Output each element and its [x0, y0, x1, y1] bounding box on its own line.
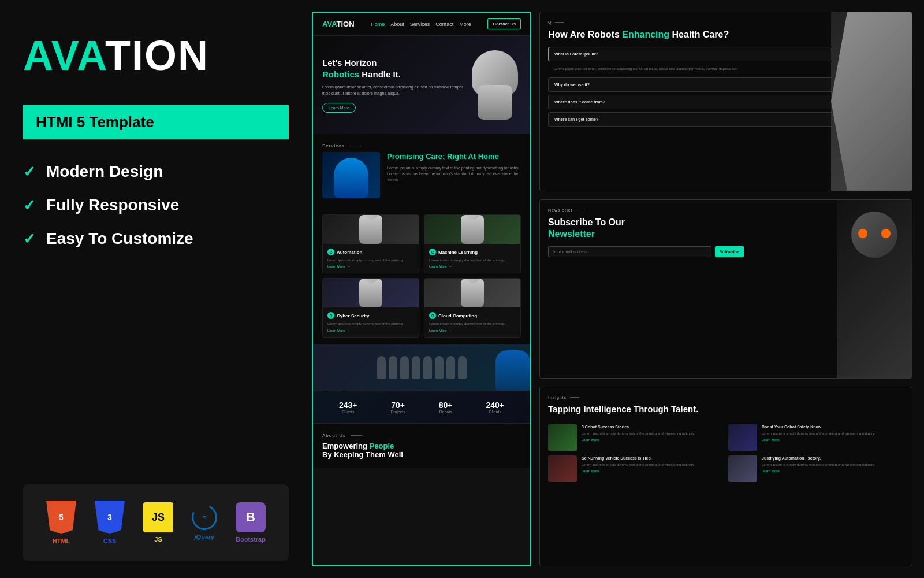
email-input[interactable] [548, 246, 711, 257]
services-title: Promising Care; Right At Home [387, 152, 521, 162]
person-2 [389, 356, 397, 379]
tech-badges-bar: 5 HTML 3 CSS JS JS ≈ jQuery B Bootstrap [23, 484, 289, 561]
cyber-title: Cyber Security [327, 312, 414, 319]
stat-clients2-number: 240+ [486, 401, 504, 410]
about-title-green: People [370, 442, 394, 450]
left-panel: AVATION HTMI 5 Template ✓ Modern Design … [0, 0, 312, 578]
services-content: Promising Care; Right At Home Lorem ipsu… [322, 152, 521, 198]
jquery-swirl-icon: ≈ [188, 501, 221, 533]
cyber-link[interactable]: Learn More → [327, 329, 414, 332]
ml-card-image [424, 215, 520, 244]
automation-card-body: Automation Lorem ipsum is simply dummy t… [323, 244, 419, 273]
newsletter-title: Subscribe To Our Newsletter [548, 217, 779, 241]
about-title-end: By Keeping Them Well [322, 450, 403, 459]
faq-robot-image [831, 12, 912, 191]
logo-white: TION [105, 32, 209, 79]
ml-robot [461, 215, 484, 244]
faq-card-inner: Q How Are Robots Enhancing Health Care? … [540, 12, 912, 191]
insight-image-3 [548, 455, 577, 482]
nav-link-home[interactable]: Home [371, 21, 385, 27]
insight-title-3: Self-Driving Vehicle Success Is Tied. [582, 455, 695, 461]
faq-question-2: Why do we use it? [554, 83, 590, 87]
about-title: Empowering People By Keeping Them Well [322, 442, 521, 459]
contact-us-button[interactable]: Contact Us [487, 18, 521, 29]
insight-desc-2: Lorem ipsum is simply dummy text of the … [762, 431, 875, 436]
insights-title: Tapping Intelligence Through Talent. [548, 404, 904, 414]
automation-link[interactable]: Learn More → [327, 265, 414, 268]
stat-projects-label: Projects [390, 410, 405, 414]
nav-logo-white: TION [337, 20, 355, 28]
services-section: Services Promising Care; Right At Home L… [313, 134, 530, 208]
insight-link-3[interactable]: Learn More [582, 469, 695, 473]
insights-title-white: Tapping [548, 404, 581, 414]
template-badge: HTMI 5 Template [23, 105, 289, 139]
service-card-cyber: Cyber Security Lorem ipsum is simply dum… [322, 278, 419, 337]
insight-title-2: Boost Your Cobot Safety Know. [762, 424, 875, 429]
insight-image-2 [728, 424, 757, 451]
ml-robot-head [464, 214, 480, 220]
cyber-robot [359, 279, 382, 307]
stat-robots-number: 80+ [439, 401, 453, 410]
automation-robot [359, 215, 382, 244]
services-text: Promising Care; Right At Home Lorem ipsu… [387, 152, 521, 183]
people-background [313, 344, 530, 391]
cloud-link[interactable]: Learn More → [429, 329, 516, 332]
insight-image-4 [728, 455, 757, 482]
insight-title-4: Justifying Automation Factory. [762, 455, 875, 461]
services-section-label: Services [322, 143, 521, 149]
robot-body-shape [478, 85, 512, 120]
insight-link-2[interactable]: Learn More [762, 438, 875, 442]
feature-easy-customize: ✓ Easy To Customize [23, 229, 289, 248]
cloud-robot [461, 279, 484, 307]
about-title-white: Empowering [322, 442, 367, 450]
faq-question-3: Where does it come from? [554, 100, 605, 104]
newsletter-card-inner: Newsletter Subscribe To Our Newsletter S… [540, 200, 912, 379]
insights-title-end: Through Talent. [634, 404, 698, 414]
ml-link[interactable]: Learn More → [429, 265, 516, 268]
hero-learn-more-button[interactable]: Learn More [322, 103, 356, 113]
stats-section: 243+ Clients 70+ Projects 80+ Robots 240… [313, 391, 530, 424]
brand-logo: AVATION [23, 35, 289, 76]
insight-link-4[interactable]: Learn More [762, 469, 875, 473]
navbar: AVATION Home About Services Contact More… [313, 13, 530, 36]
nav-link-about[interactable]: About [390, 21, 404, 27]
insight-link-1[interactable]: Learn More [582, 438, 695, 442]
cloud-card-image [424, 279, 520, 307]
faq-title: How Are Robots Enhancing Health Care? [548, 29, 779, 41]
service-cards-grid: Automation Lorem ipsum is simply dummy t… [313, 208, 530, 344]
insights-card-inner: Insights Tapping Intelligence Through Ta… [540, 387, 912, 566]
faq-title-green: Enhancing [622, 29, 669, 39]
cyber-robot-head [363, 278, 379, 283]
html5-label: HTML [53, 538, 70, 544]
robot-face-visual [837, 200, 912, 379]
person-3 [400, 356, 409, 379]
ml-title: Machine Learning [429, 249, 516, 255]
hero-title-green: Robotics [322, 69, 359, 79]
insight-content-2: Boost Your Cobot Safety Know. Lorem ipsu… [762, 424, 875, 441]
nav-logo: AVATION [322, 20, 355, 28]
robot-hand-shape [831, 12, 912, 191]
nav-link-more[interactable]: More [459, 21, 471, 27]
feature-fully-responsive: ✓ Fully Responsive [23, 196, 289, 214]
insights-title-green: Intelligence [583, 404, 631, 414]
service-card-cloud: Cloud Computing Lorem ipsum is simply du… [424, 278, 521, 337]
newsletter-robot-image [837, 200, 912, 379]
feature-modern-design: ✓ Modern Design [23, 162, 289, 181]
newsletter-card: Newsletter Subscribe To Our Newsletter S… [539, 199, 912, 379]
automation-title: Automation [327, 249, 414, 255]
subscribe-button[interactable]: Subscribe [715, 246, 744, 257]
right-screenshots-column: Q How Are Robots Enhancing Health Care? … [539, 12, 912, 566]
ml-card-body: Machine Learning Lorem ipsum is simply d… [424, 244, 520, 273]
nav-link-contact[interactable]: Contact [435, 21, 453, 27]
cloud-card-body: Cloud Computing Lorem ipsum is simply du… [424, 307, 520, 336]
stat-clients-label: Clients [339, 410, 357, 414]
nav-link-services[interactable]: Services [410, 21, 430, 27]
people-silhouettes [377, 356, 467, 379]
stat-clients2-label: Clients [486, 410, 504, 414]
stats-robot-decoration [495, 350, 530, 391]
robot-left-eye [858, 229, 867, 238]
insight-item-2: Boost Your Cobot Safety Know. Lorem ipsu… [728, 424, 904, 451]
email-input-row: Subscribe [548, 246, 744, 257]
css3-badge: 3 CSS [95, 501, 125, 544]
main-screenshot: AVATION Home About Services Contact More… [312, 12, 531, 566]
